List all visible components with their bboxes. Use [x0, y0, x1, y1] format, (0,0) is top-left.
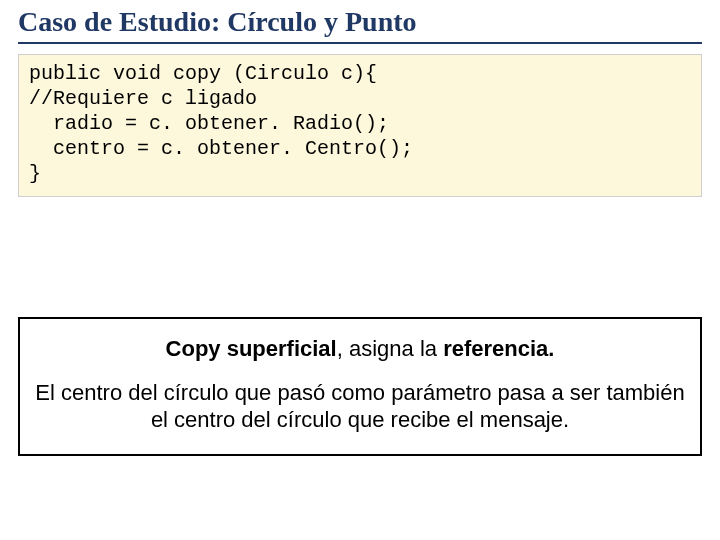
callout-head-bold: referencia. — [443, 336, 554, 361]
callout-body: El centro del círculo que pasó como pará… — [34, 379, 686, 434]
callout-head-text: , asigna la — [337, 336, 443, 361]
code-line: } — [29, 162, 41, 185]
callout-head: Copy superficial, asigna la referencia. — [34, 335, 686, 363]
code-block: public void copy (Circulo c){ //Requiere… — [18, 54, 702, 197]
code-line: centro = c. obtener. Centro(); — [29, 137, 413, 160]
callout-box: Copy superficial, asigna la referencia. … — [18, 317, 702, 456]
code-line: public void copy (Circulo c){ — [29, 62, 377, 85]
page-title: Caso de Estudio: Círculo y Punto — [18, 0, 702, 44]
callout-head-bold: Copy superficial — [166, 336, 337, 361]
code-line: //Requiere c ligado — [29, 87, 257, 110]
slide: Caso de Estudio: Círculo y Punto public … — [0, 0, 720, 540]
code-line: radio = c. obtener. Radio(); — [29, 112, 389, 135]
